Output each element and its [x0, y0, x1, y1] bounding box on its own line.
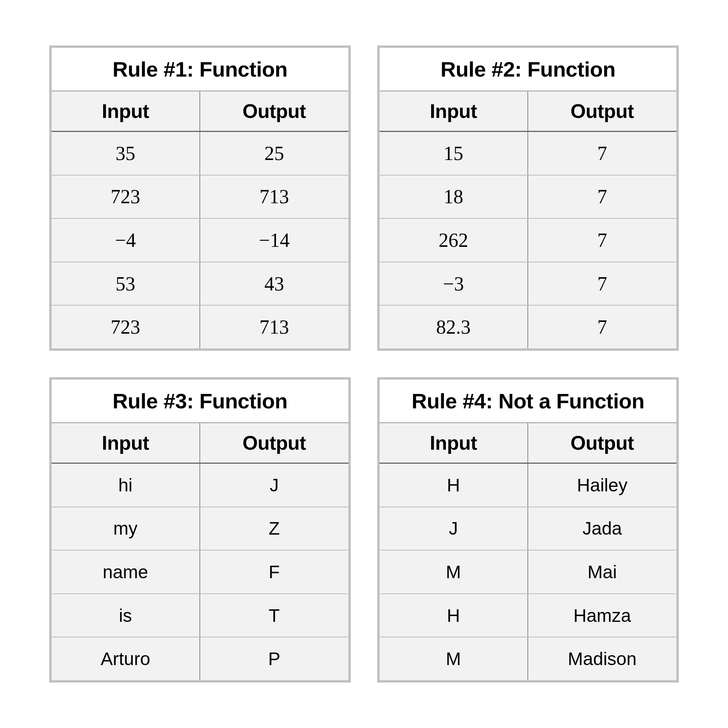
- table-row: M Madison: [380, 637, 676, 680]
- cell-output: 7: [528, 176, 677, 218]
- table-row: 82.3 7: [380, 305, 676, 348]
- table-row: my Z: [52, 507, 348, 550]
- cell-output: 713: [200, 306, 349, 348]
- table-row: 262 7: [380, 218, 676, 262]
- header-output: Output: [200, 91, 349, 131]
- function-table-3: Rule #3: Function Input Output hi J my Z…: [49, 377, 351, 682]
- cell-input: is: [52, 594, 200, 637]
- table-row: Arturo P: [52, 637, 348, 680]
- table-header-row: Input Output: [380, 91, 676, 132]
- function-table-2: Rule #2: Function Input Output 15 7 18 7…: [377, 46, 679, 351]
- cell-input: 723: [52, 176, 200, 218]
- cell-input: 35: [52, 132, 200, 175]
- header-input: Input: [52, 91, 200, 131]
- cell-output: 7: [528, 219, 677, 262]
- cell-input: my: [52, 507, 200, 550]
- table-row: J Jada: [380, 507, 676, 550]
- table-row: −3 7: [380, 262, 676, 305]
- cell-output: Madison: [528, 637, 677, 680]
- table-body: 15 7 18 7 262 7 −3 7 82.3 7: [380, 132, 676, 348]
- cell-output: 43: [200, 262, 349, 305]
- table-row: M Mai: [380, 550, 676, 593]
- table-row: H Hamza: [380, 593, 676, 637]
- function-table-4: Rule #4: Not a Function Input Output H H…: [377, 377, 679, 682]
- cell-input: H: [380, 464, 528, 507]
- header-output: Output: [200, 423, 349, 463]
- cell-input: −4: [52, 219, 200, 262]
- table-row: hi J: [52, 464, 348, 507]
- cell-output: 7: [528, 306, 677, 348]
- cell-output: Hailey: [528, 464, 677, 507]
- tables-grid: Rule #1: Function Input Output 35 25 723…: [0, 0, 728, 728]
- table-row: 723 713: [52, 175, 348, 218]
- table-title: Rule #4: Not a Function: [380, 380, 676, 423]
- cell-input: name: [52, 551, 200, 593]
- table-title: Rule #2: Function: [380, 48, 676, 91]
- cell-output: 25: [200, 132, 349, 175]
- table-row: 53 43: [52, 262, 348, 305]
- cell-output: 7: [528, 262, 677, 305]
- cell-output: Mai: [528, 551, 677, 593]
- cell-input: −3: [380, 262, 528, 305]
- cell-output: Hamza: [528, 594, 677, 637]
- table-title: Rule #3: Function: [52, 380, 348, 423]
- table-row: 35 25: [52, 132, 348, 175]
- cell-output: F: [200, 551, 349, 593]
- cell-output: J: [200, 464, 349, 507]
- table-row: 723 713: [52, 305, 348, 348]
- cell-output: T: [200, 594, 349, 637]
- cell-output: Jada: [528, 507, 677, 550]
- cell-input: 82.3: [380, 306, 528, 348]
- table-header-row: Input Output: [380, 423, 676, 464]
- cell-output: Z: [200, 507, 349, 550]
- header-input: Input: [380, 91, 528, 131]
- cell-output: 713: [200, 176, 349, 218]
- table-title: Rule #1: Function: [52, 48, 348, 91]
- cell-output: 7: [528, 132, 677, 175]
- cell-output: P: [200, 637, 349, 680]
- cell-input: H: [380, 594, 528, 637]
- table-header-row: Input Output: [52, 91, 348, 132]
- cell-input: M: [380, 551, 528, 593]
- cell-input: Arturo: [52, 637, 200, 680]
- header-input: Input: [380, 423, 528, 463]
- cell-input: M: [380, 637, 528, 680]
- table-header-row: Input Output: [52, 423, 348, 464]
- cell-input: 18: [380, 176, 528, 218]
- cell-input: J: [380, 507, 528, 550]
- cell-input: 53: [52, 262, 200, 305]
- function-table-1: Rule #1: Function Input Output 35 25 723…: [49, 46, 351, 351]
- table-row: −4 −14: [52, 218, 348, 262]
- table-row: name F: [52, 550, 348, 593]
- cell-input: 262: [380, 219, 528, 262]
- table-body: H Hailey J Jada M Mai H Hamza M Madison: [380, 464, 676, 680]
- cell-input: 723: [52, 306, 200, 348]
- cell-input: 15: [380, 132, 528, 175]
- table-row: H Hailey: [380, 464, 676, 507]
- table-row: is T: [52, 593, 348, 637]
- cell-output: −14: [200, 219, 349, 262]
- table-body: 35 25 723 713 −4 −14 53 43 723 713: [52, 132, 348, 348]
- cell-input: hi: [52, 464, 200, 507]
- header-input: Input: [52, 423, 200, 463]
- table-row: 15 7: [380, 132, 676, 175]
- header-output: Output: [528, 91, 677, 131]
- table-row: 18 7: [380, 175, 676, 218]
- table-body: hi J my Z name F is T Arturo P: [52, 464, 348, 680]
- header-output: Output: [528, 423, 677, 463]
